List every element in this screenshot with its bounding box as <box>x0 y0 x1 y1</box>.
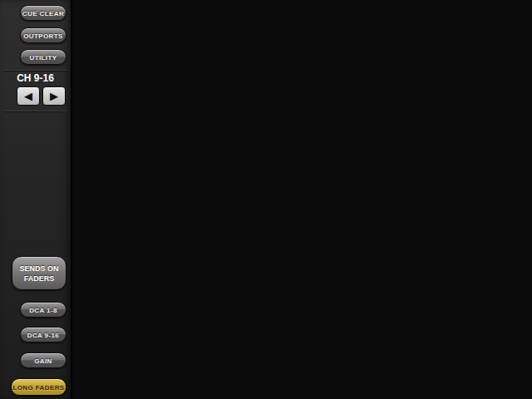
bank-next-button[interactable]: ▶ <box>42 86 66 106</box>
cue-clear-button[interactable]: CUE CLEAR <box>20 5 66 21</box>
sidebar-divider <box>4 70 66 71</box>
gain-button[interactable]: GAIN <box>20 352 66 368</box>
sends-on-faders-button[interactable]: SENDS ON FADERS <box>12 256 66 290</box>
sidebar: CUE CLEAR OUTPORTS UTILITY CH 9-16 ◀ ▶ S… <box>0 0 72 399</box>
dca-1-8-button[interactable]: DCA 1-8 <box>20 302 66 318</box>
channel-strips <box>72 0 532 399</box>
right-arrow-icon: ▶ <box>50 90 58 102</box>
sends-on-faders-line1: SENDS ON <box>12 264 66 273</box>
left-arrow-icon: ◀ <box>24 90 32 102</box>
bank-prev-button[interactable]: ◀ <box>17 86 40 106</box>
channel-bank-label: CH 9-16 <box>0 72 71 84</box>
utility-button[interactable]: UTILITY <box>20 49 66 65</box>
sends-on-faders-line2: FADERS <box>12 273 66 283</box>
outports-button[interactable]: OUTPORTS <box>20 27 66 43</box>
sidebar-divider <box>4 111 66 111</box>
dca-9-16-button[interactable]: DCA 9-16 <box>20 327 66 342</box>
long-faders-button[interactable]: LONG FADERS <box>11 378 66 396</box>
